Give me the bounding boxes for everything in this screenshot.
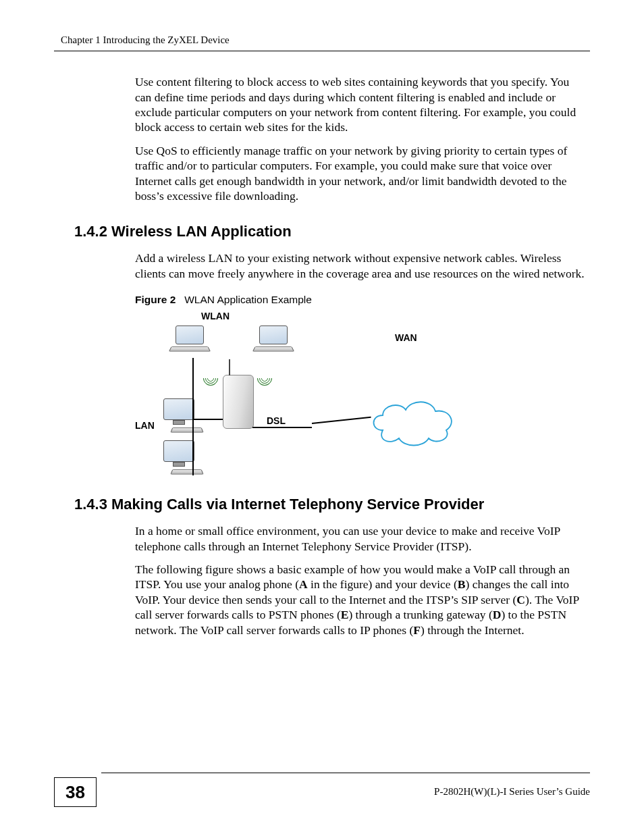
- wifi-signal-icon: [258, 370, 273, 385]
- header-divider: [54, 51, 590, 51]
- footer-guide-title: P-2802H(W)(L)-I Series User’s Guide: [97, 785, 590, 798]
- diagram-label-wan: WAN: [395, 332, 417, 344]
- diagram-label-dsl: DSL: [267, 415, 286, 427]
- desktop-pc-icon: [163, 440, 208, 474]
- figure-caption: Figure 2 WLAN Application Example: [135, 293, 587, 307]
- document-page: Chapter 1 Introducing the ZyXEL Device U…: [0, 0, 644, 834]
- figure-caption-text: WLAN Application Example: [184, 294, 312, 305]
- paragraph: In a home or small office environment, y…: [135, 523, 587, 554]
- section-heading-143: 1.4.3 Making Calls via Internet Telephon…: [74, 495, 590, 514]
- diagram-label-lan: LAN: [135, 420, 155, 432]
- network-line: [192, 419, 223, 420]
- dsl-line: [252, 427, 312, 428]
- page-footer: 38 P-2802H(W)(L)-I Series User’s Guide: [54, 766, 590, 807]
- diagram-label-wlan: WLAN: [201, 311, 230, 323]
- figure-wlan-diagram: WLAN WAN LAN DSL Internet: [135, 311, 466, 476]
- body-column: In a home or small office environment, y…: [135, 523, 587, 637]
- footer-divider: [101, 773, 590, 773]
- dsl-line: [312, 417, 371, 424]
- paragraph: Use QoS to efficiently manage traffic on…: [135, 143, 587, 204]
- cloud-icon: [368, 395, 459, 448]
- laptop-icon: [170, 325, 209, 353]
- section-heading-142: 1.4.2 Wireless LAN Application: [74, 222, 590, 241]
- wifi-signal-icon: [203, 370, 217, 385]
- figure-label: Figure 2: [135, 294, 176, 305]
- chapter-title: Chapter 1 Introducing the ZyXEL Device: [61, 34, 230, 47]
- body-column: Use content filtering to block access to…: [135, 74, 587, 203]
- network-line: [192, 358, 194, 475]
- running-header: Chapter 1 Introducing the ZyXEL Device: [54, 34, 590, 47]
- paragraph: The following figure shows a basic examp…: [135, 562, 587, 637]
- laptop-icon: [254, 325, 293, 353]
- body-column: Add a wireless LAN to your existing netw…: [135, 251, 587, 476]
- router-icon: [223, 375, 254, 429]
- paragraph: Use content filtering to block access to…: [135, 74, 587, 135]
- desktop-pc-icon: [163, 398, 208, 432]
- page-number: 38: [54, 777, 97, 807]
- paragraph: Add a wireless LAN to your existing netw…: [135, 251, 587, 281]
